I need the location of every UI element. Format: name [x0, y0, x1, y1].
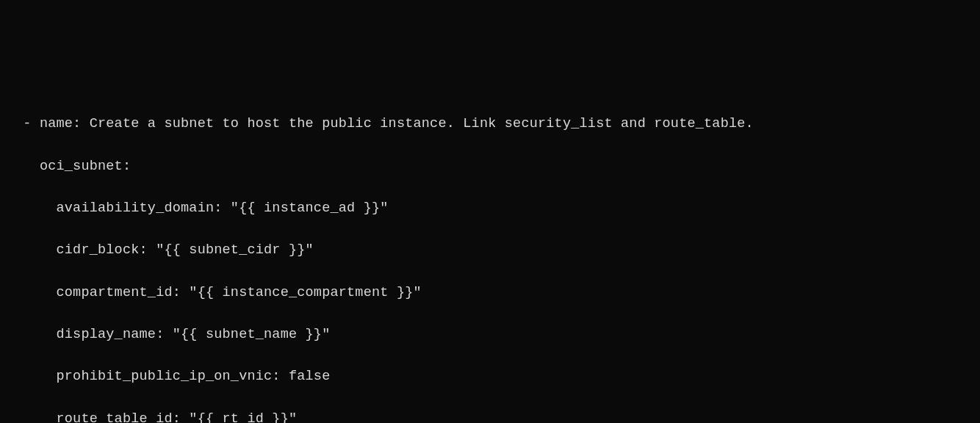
- code-line: availability_domain: "{{ instance_ad }}": [15, 198, 965, 220]
- code-line: oci_subnet:: [15, 156, 965, 178]
- code-block: - name: Create a subnet to host the publ…: [15, 93, 965, 423]
- code-line: compartment_id: "{{ instance_compartment…: [15, 283, 965, 304]
- code-line: cidr_block: "{{ subnet_cidr }}": [15, 240, 965, 261]
- code-line: route_table_id: "{{ rt_id }}": [15, 409, 965, 423]
- code-line: prohibit_public_ip_on_vnic: false: [15, 366, 965, 388]
- code-line: - name: Create a subnet to host the publ…: [15, 114, 965, 135]
- code-line: display_name: "{{ subnet_name }}": [15, 325, 965, 346]
